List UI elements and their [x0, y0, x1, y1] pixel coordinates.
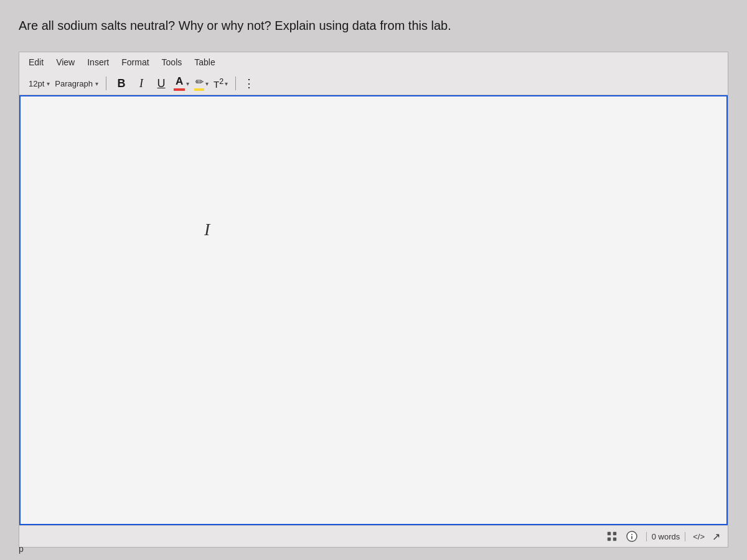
status-icons — [605, 530, 639, 543]
menu-edit[interactable]: Edit — [29, 57, 44, 67]
svg-rect-2 — [607, 538, 610, 541]
text-cursor: I — [204, 221, 210, 238]
grid-svg — [606, 531, 618, 542]
superscript-group[interactable]: T2 ▾ — [214, 77, 228, 90]
svg-rect-6 — [631, 536, 632, 539]
toolbar: 12pt ▾ Paragraph ▾ B I U A ▾ — [19, 72, 728, 95]
menu-bar: Edit View Insert Format Tools Table — [19, 52, 728, 72]
info-icon[interactable] — [625, 530, 639, 543]
code-tag[interactable]: </> — [693, 532, 705, 541]
toolbar-separator-1 — [106, 77, 106, 90]
editor-wrapper: Edit View Insert Format Tools Table 12pt… — [19, 52, 728, 548]
font-size-value: 12pt — [29, 79, 44, 88]
highlight-chevron: ▾ — [205, 80, 209, 87]
status-left-label: p — [19, 544, 24, 554]
highlight-button: ✏ — [194, 76, 204, 91]
svg-rect-0 — [607, 532, 610, 535]
svg-point-5 — [631, 534, 632, 535]
font-color-chevron: ▾ — [186, 80, 189, 87]
menu-view[interactable]: View — [56, 57, 75, 67]
menu-format[interactable]: Format — [121, 57, 149, 67]
paragraph-selector[interactable]: Paragraph ▾ — [55, 79, 98, 88]
highlight-icon: ✏ — [195, 76, 204, 88]
question-text: Are all sodium salts neutral? Why or why… — [19, 12, 728, 33]
font-color-group[interactable]: A ▾ — [174, 76, 189, 91]
grid-icon[interactable] — [605, 530, 619, 543]
expand-icon[interactable]: ↗ — [712, 531, 720, 543]
word-count: 0 words — [646, 532, 686, 541]
font-color-letter: A — [176, 76, 183, 88]
toolbar-separator-2 — [235, 77, 236, 90]
highlight-group[interactable]: ✏ ▾ — [194, 76, 209, 91]
font-color-bar — [174, 88, 185, 91]
paragraph-chevron: ▾ — [95, 80, 98, 87]
svg-rect-1 — [613, 532, 616, 535]
more-options-button[interactable]: ⋮ — [243, 77, 255, 90]
status-bar: 0 words </> ↗ — [19, 525, 728, 547]
menu-table[interactable]: Table — [194, 57, 215, 67]
superscript-chevron: ▾ — [225, 80, 228, 87]
menu-tools[interactable]: Tools — [162, 57, 182, 67]
font-size-selector[interactable]: 12pt ▾ — [29, 79, 50, 88]
font-size-chevron: ▾ — [47, 80, 50, 87]
info-svg — [626, 530, 638, 543]
text-editor-area[interactable]: I — [19, 95, 728, 525]
highlight-bar — [194, 88, 204, 91]
bold-button[interactable]: B — [114, 77, 129, 90]
paragraph-value: Paragraph — [55, 79, 93, 88]
superscript-button: T2 — [214, 77, 223, 90]
underline-button[interactable]: U — [154, 77, 169, 90]
italic-button[interactable]: I — [134, 77, 149, 90]
menu-insert[interactable]: Insert — [87, 57, 109, 67]
font-color-button: A — [174, 76, 185, 91]
svg-rect-3 — [613, 538, 616, 541]
page-container: Are all sodium salts neutral? Why or why… — [0, 0, 747, 560]
